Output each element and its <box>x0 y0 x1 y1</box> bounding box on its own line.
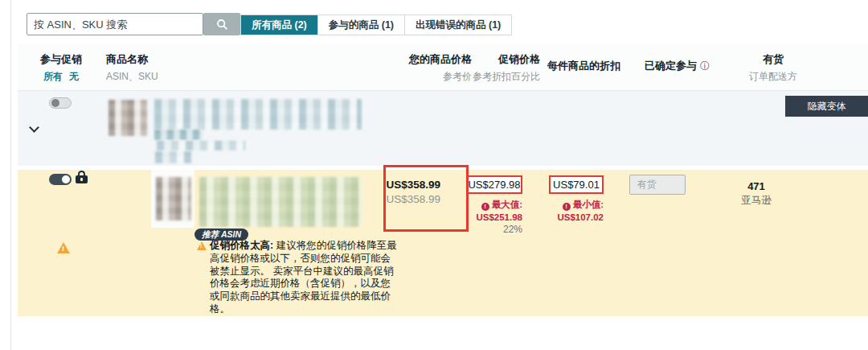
toggle-knob <box>51 99 59 107</box>
product-filter-tabs: 所有商品 (2) 参与的商品 (1) 出现错误的商品 (1) <box>240 14 512 35</box>
parent-product-thumbnail <box>108 100 147 136</box>
search-input[interactable] <box>27 13 203 35</box>
variant-product-title-redacted <box>199 177 362 227</box>
col-header-participate: 参与促销 所有无 <box>32 52 90 84</box>
deal-price-max-error: !最大值: US$251.98 22% <box>434 198 522 234</box>
discount-min-error: !最小值: US$107.02 <box>515 198 604 222</box>
participate-toggle-variant[interactable] <box>49 174 72 185</box>
stock-quantity: 471 <box>723 180 789 192</box>
parent-product-line-redacted <box>154 130 203 140</box>
deal-price-warning-message: 促销价格太高: 建议将您的促销价格降至最高促销价格或以下，否则您的促销可能会被禁… <box>210 240 398 316</box>
col-header-per-unit-discount: 每件商品的折扣 <box>532 59 620 73</box>
product-title: 商品名称 <box>106 52 158 67</box>
error-icon: ! <box>563 203 571 211</box>
select-all-link[interactable]: 所有 <box>43 71 63 82</box>
warning-title: 促销价格太高: <box>210 240 273 251</box>
stock-sub: 订单配送方 <box>733 70 813 84</box>
participate-title: 参与促销 <box>32 52 90 67</box>
col-header-product: 商品名称 ASIN、SKU <box>106 52 158 84</box>
parent-product-sku-redacted <box>155 151 191 163</box>
deal-products-panel: 所有商品 (2) 参与的商品 (1) 出现错误的商品 (1) 参与促销 所有无 … <box>0 0 868 350</box>
confirmed-status-button: 有货 <box>629 175 686 195</box>
row-warning-icon <box>57 242 70 253</box>
toggle-knob <box>62 175 70 183</box>
participate-toggle-parent[interactable] <box>49 97 72 109</box>
participate-links: 所有无 <box>32 70 90 84</box>
tab-all-products[interactable]: 所有商品 (2) <box>241 15 317 35</box>
product-sub: ASIN、SKU <box>106 70 158 84</box>
deal-price-title: 促销价格 <box>436 52 540 67</box>
col-header-confirmed: 已确定参与ⓘ <box>645 59 710 73</box>
deal-price-sub: 参考折扣百分比 <box>436 70 540 84</box>
search-icon <box>216 19 228 31</box>
search-button[interactable] <box>203 13 240 35</box>
warning-icon <box>197 241 207 250</box>
col-header-deal-price: 促销价格 参考折扣百分比 <box>436 52 540 84</box>
select-none-link[interactable]: 无 <box>69 71 79 82</box>
parent-product-title-redacted <box>154 99 362 130</box>
hide-variants-button[interactable]: 隐藏变体 <box>785 96 868 117</box>
your-price-reference: US$358.99 <box>346 193 440 205</box>
max-value: US$251.98 <box>434 212 522 222</box>
stock-title: 有货 <box>733 52 813 67</box>
tab-error-products[interactable]: 出现错误的商品 (1) <box>404 15 511 35</box>
reference-discount-percent: 22% <box>434 224 522 234</box>
lock-icon <box>76 171 88 183</box>
min-value: US$107.02 <box>515 212 604 222</box>
error-icon: ! <box>481 203 489 211</box>
fulfiller-name: 亚马逊 <box>723 194 789 208</box>
col-header-stock: 有货 订单配送方 <box>733 52 813 84</box>
your-price-value: US$358.99 <box>346 179 440 191</box>
variant-product-thumbnail <box>156 177 191 220</box>
tab-participating-products[interactable]: 参与的商品 (1) <box>317 15 404 35</box>
parent-product-asin-redacted <box>157 141 245 150</box>
per-unit-discount-input[interactable] <box>549 175 604 194</box>
recommended-asin-badge: 推荐 ASIN <box>194 229 248 241</box>
panel-left-border <box>10 0 11 350</box>
info-icon[interactable]: ⓘ <box>700 60 710 73</box>
confirmed-title: 已确定参与 <box>645 60 697 72</box>
deal-price-input[interactable] <box>466 175 522 194</box>
table-header: 参与促销 所有无 商品名称 ASIN、SKU 您的商品价格 参考价 促销价格 参… <box>18 44 868 91</box>
